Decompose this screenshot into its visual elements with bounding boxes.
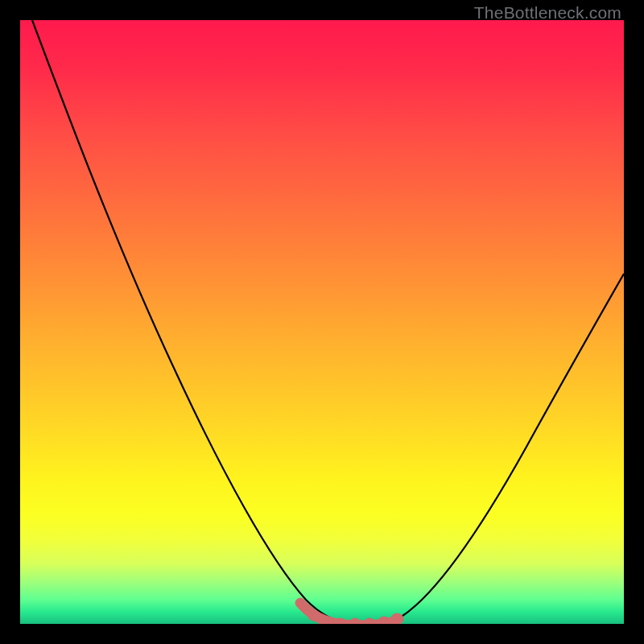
- outer-frame: TheBottleneck.com: [0, 0, 644, 644]
- flat-bottom-markers: [295, 598, 402, 624]
- curve-layer: [20, 20, 624, 624]
- plot-area: [20, 20, 624, 624]
- bottleneck-curve: [32, 20, 624, 624]
